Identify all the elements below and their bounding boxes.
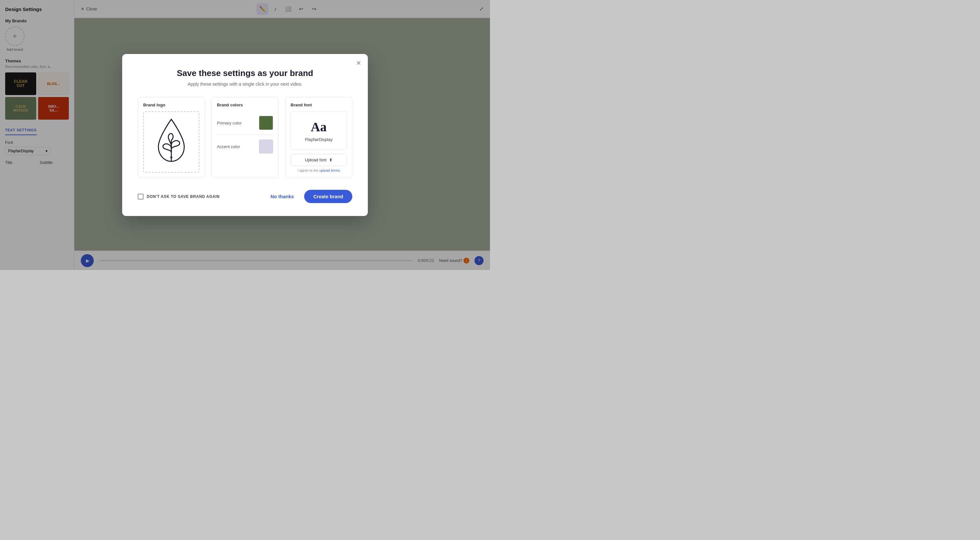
modal-close-button[interactable]: ✕ (356, 59, 361, 67)
brand-font-label: Brand font (291, 102, 347, 107)
upload-terms-prefix: I agree to the (298, 169, 319, 172)
accent-color-swatch[interactable] (259, 139, 273, 154)
brand-colors-label: Brand colors (217, 102, 273, 107)
modal-overlay: ✕ Save these settings as your brand Appl… (0, 0, 490, 270)
modal-title: Save these settings as your brand (138, 68, 352, 78)
modal-subtitle: Apply these settings with a single click… (138, 81, 352, 87)
primary-color-label: Primary color (217, 121, 259, 126)
font-preview-box: Aa PlayfairDisplay (291, 111, 347, 150)
dont-ask-label: DON'T ASK TO SAVE BRAND AGAIN (147, 194, 220, 199)
modal-footer: DON'T ASK TO SAVE BRAND AGAIN No thanks … (138, 190, 352, 203)
font-aa-display: Aa (311, 119, 327, 134)
primary-color-row: Primary color (217, 111, 273, 134)
accent-color-row: Accent color (217, 135, 273, 158)
primary-color-swatch[interactable] (259, 116, 273, 130)
logo-placeholder-icon (152, 116, 191, 168)
create-brand-button[interactable]: Create brand (304, 190, 352, 203)
brand-colors-column: Brand colors Primary color Accent color (212, 97, 278, 178)
brand-logo-column: Brand logo (138, 97, 205, 178)
upload-terms: I agree to the upload terms (291, 169, 347, 172)
brand-logo-label: Brand logo (143, 102, 199, 107)
font-name-display: PlayfairDisplay (305, 137, 332, 142)
upload-font-label: Upload font (305, 158, 326, 162)
upload-icon: ⬆ (329, 158, 332, 162)
dont-ask-checkbox[interactable] (138, 194, 143, 199)
modal-columns: Brand logo (138, 97, 352, 178)
save-brand-modal: ✕ Save these settings as your brand Appl… (122, 54, 368, 216)
upload-font-button[interactable]: Upload font ⬆ (291, 154, 347, 166)
dont-ask-row: DON'T ASK TO SAVE BRAND AGAIN (138, 194, 220, 199)
logo-dropzone[interactable] (143, 111, 199, 173)
brand-font-column: Brand font Aa PlayfairDisplay Upload fon… (285, 97, 352, 178)
upload-terms-link[interactable]: upload terms (319, 169, 340, 172)
no-thanks-button[interactable]: No thanks (266, 190, 299, 202)
footer-buttons: No thanks Create brand (266, 190, 352, 203)
svg-point-1 (170, 156, 172, 158)
accent-color-label: Accent color (217, 144, 259, 149)
